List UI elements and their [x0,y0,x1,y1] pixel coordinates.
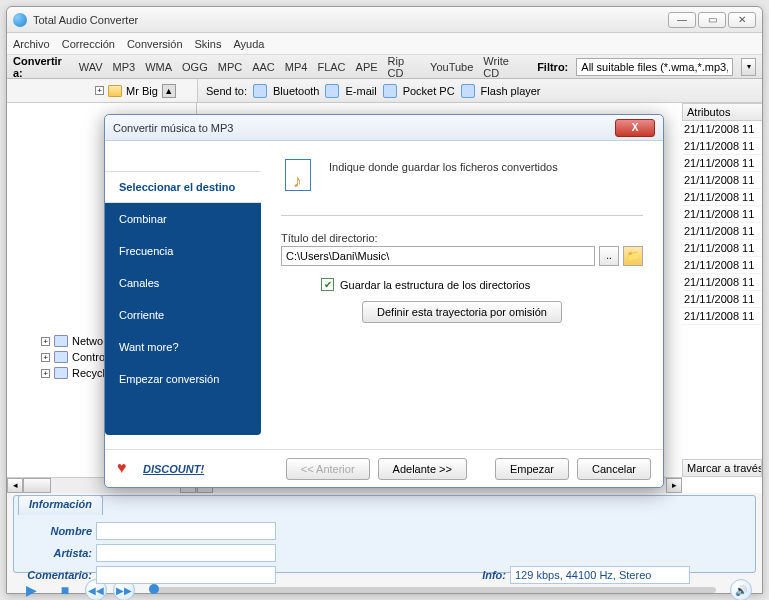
format-button[interactable]: WAV [78,61,104,73]
nombre-label: Nombre [22,525,92,537]
nav-item-frequency[interactable]: Frecuencia [105,235,261,267]
seek-thumb[interactable] [149,584,159,594]
expand-icon[interactable]: + [41,369,50,378]
send-target[interactable]: E-mail [345,85,376,97]
format-button[interactable]: Write CD [482,55,525,79]
send-target[interactable]: Pocket PC [403,85,455,97]
format-toolbar: Convertir a: WAV MP3 WMA OGG MPC AAC MP4… [7,55,762,79]
dialog-main: ♪ Indique donde guardar los ficheros con… [261,141,663,449]
column-header-attributes[interactable]: Atributos [682,103,762,121]
info-tab[interactable]: Información [18,495,103,515]
scroll-thumb[interactable] [23,478,51,493]
previous-button[interactable]: << Anterior [286,458,370,480]
format-button[interactable]: YouTube [429,61,474,73]
start-button[interactable]: Empezar [495,458,569,480]
maximize-button[interactable]: ▭ [698,12,726,28]
list-cell[interactable]: 21/11/2008 11 [682,291,762,308]
close-button[interactable]: ✕ [728,12,756,28]
menu-item[interactable]: Conversión [127,38,183,50]
filter-label: Filtro: [537,61,568,73]
nav-item-combine[interactable]: Combinar [105,203,261,235]
list-cell[interactable]: 21/11/2008 11 [682,257,762,274]
dialog-titlebar: Convertir música to MP3 X [105,115,663,141]
dialog-footer: ♥ DISCOUNT! << Anterior Adelante >> Empe… [105,449,663,487]
dialog-title: Convertir música to MP3 [113,122,615,134]
list-cell[interactable]: 21/11/2008 11 [682,223,762,240]
drive-icon [54,351,68,363]
keep-structure-label: Guardar la estructura de los directorios [340,279,530,291]
folder-label[interactable]: Mr Big [126,85,158,97]
minimize-button[interactable]: — [668,12,696,28]
list-cell[interactable]: 21/11/2008 11 [682,274,762,291]
directory-input[interactable] [281,246,595,266]
define-default-path-button[interactable]: Definir esta trayectoria por omisión [362,301,562,323]
list-cell[interactable]: 21/11/2008 11 [682,172,762,189]
list-cell[interactable]: 21/11/2008 11 [682,155,762,172]
comentario-label: Comentario: [22,569,92,581]
directory-label: Título del directorio: [281,232,643,244]
list-cell[interactable]: 21/11/2008 11 [682,240,762,257]
list-cell[interactable]: 21/11/2008 11 [682,189,762,206]
tree-label[interactable]: Control [72,351,107,363]
scroll-left-button[interactable]: ◂ [7,478,23,493]
send-target[interactable]: Flash player [481,85,541,97]
tree-current-folder: + Mr Big ▲ [7,79,197,102]
menu-item[interactable]: Corrección [62,38,115,50]
tree-label[interactable]: Recycl [72,367,105,379]
browse-folder-button[interactable]: 📁 [623,246,643,266]
discount-link[interactable]: DISCOUNT! [143,463,204,475]
menu-item[interactable]: Archivo [13,38,50,50]
scroll-right-button[interactable]: ▸ [666,478,682,493]
cancel-button[interactable]: Cancelar [577,458,651,480]
menu-item[interactable]: Ayuda [233,38,264,50]
format-button[interactable]: OGG [181,61,209,73]
pocketpc-icon [383,84,397,98]
nombre-value [96,522,276,540]
seek-bar[interactable] [149,587,716,593]
nav-item-start[interactable]: Empezar conversión [105,363,261,395]
comentario-value [96,566,276,584]
format-button[interactable]: FLAC [316,61,346,73]
list-cell[interactable]: 21/11/2008 11 [682,308,762,325]
artista-value [96,544,276,562]
list-cell[interactable]: 21/11/2008 11 [682,121,762,138]
info-label: Info: [436,569,506,581]
format-button[interactable]: WMA [144,61,173,73]
path-options-button[interactable]: .. [599,246,619,266]
format-button[interactable]: AAC [251,61,276,73]
flashplayer-icon [461,84,475,98]
keep-structure-checkbox[interactable]: ✔ [321,278,334,291]
list-cell[interactable]: 21/11/2008 11 [682,138,762,155]
drive-icon [54,367,68,379]
titlebar: Total Audio Converter — ▭ ✕ [7,7,762,33]
expand-icon[interactable]: + [41,337,50,346]
nav-item-channels[interactable]: Canales [105,267,261,299]
artista-label: Artista: [22,547,92,559]
next-button[interactable]: Adelante >> [378,458,467,480]
expand-icon[interactable]: + [41,353,50,362]
filter-input[interactable] [576,58,733,76]
format-button[interactable]: APE [355,61,379,73]
bluetooth-icon [253,84,267,98]
dialog-nav: Seleccionar el destino Combinar Frecuenc… [105,141,261,449]
expand-icon[interactable]: + [95,86,104,95]
send-target[interactable]: Bluetooth [273,85,319,97]
list-cell[interactable]: 21/11/2008 11 [682,206,762,223]
format-button[interactable]: MP4 [284,61,309,73]
filter-dropdown-button[interactable]: ▾ [741,58,756,76]
select-panel-header[interactable]: Marcar a través d [682,459,762,477]
format-button[interactable]: MPC [217,61,243,73]
dialog-close-button[interactable]: X [615,119,655,137]
format-button[interactable]: MP3 [112,61,137,73]
menu-item[interactable]: Skins [195,38,222,50]
heart-icon: ♥ [117,461,135,477]
nav-item-destination[interactable]: Seleccionar el destino [105,171,261,203]
nav-item-wantmore[interactable]: Want more? [105,331,261,363]
nav-item-bitrate[interactable]: Corriente [105,299,261,331]
secondary-toolbar: + Mr Big ▲ Send to: Bluetooth E-mail Poc… [7,79,762,103]
up-button[interactable]: ▲ [162,84,176,98]
convert-dialog: Convertir música to MP3 X Seleccionar el… [104,114,664,488]
app-icon [13,13,27,27]
format-button[interactable]: Rip CD [387,55,422,79]
send-to-label: Send to: [206,85,247,97]
